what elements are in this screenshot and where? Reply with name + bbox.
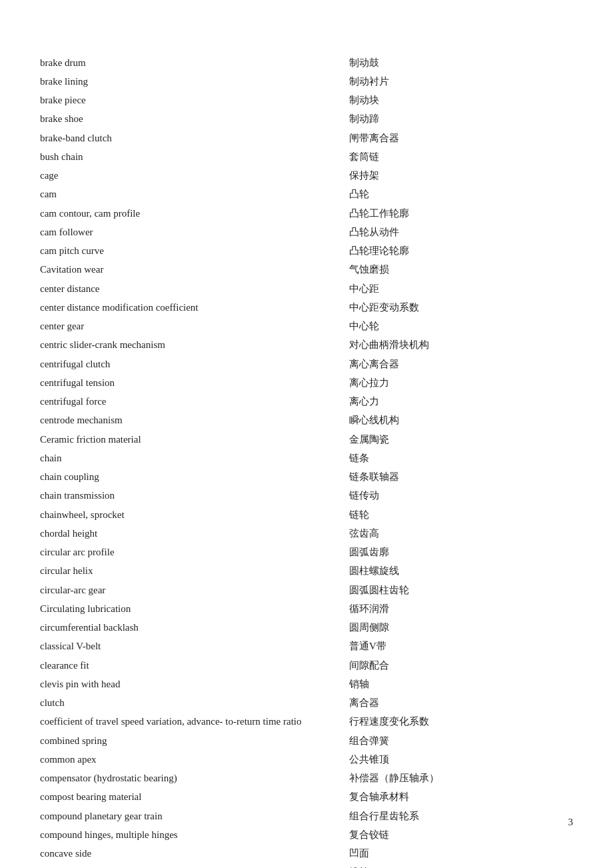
entry-chinese: 组合行星齿轮系 bbox=[349, 807, 573, 825]
table-row: brake lining制动衬片 bbox=[40, 72, 573, 91]
entry-chinese: 链传动 bbox=[349, 487, 573, 505]
table-row: Circulating lubrication循环润滑 bbox=[40, 599, 573, 618]
entry-chinese: 复合铰链 bbox=[349, 825, 573, 844]
entry-chinese: 复合轴承材料 bbox=[349, 788, 573, 807]
entry-english: center distance modification coefficient bbox=[40, 298, 349, 317]
entry-english: chain bbox=[40, 449, 349, 467]
entry-chinese: 圆周侧隙 bbox=[349, 619, 573, 637]
entry-chinese: 公共锥顶 bbox=[349, 750, 573, 769]
entry-chinese: 凸轮 bbox=[349, 185, 573, 204]
entry-chinese: 中心轮 bbox=[349, 317, 573, 336]
entry-chinese: 金属陶瓷 bbox=[349, 430, 573, 449]
entry-english: center gear bbox=[40, 317, 349, 336]
table-row: chainwheel, sprocket链轮 bbox=[40, 505, 573, 524]
table-row: centrifugal tension离心拉力 bbox=[40, 373, 573, 392]
entry-chinese: 套筒链 bbox=[349, 147, 573, 166]
entry-english: centrifugal clutch bbox=[40, 355, 349, 373]
page-number: 3 bbox=[568, 817, 574, 828]
entry-chinese: 离心离合器 bbox=[349, 355, 573, 373]
entry-chinese: 中心距 bbox=[349, 279, 573, 298]
table-row: coefficient of travel speed variation, a… bbox=[40, 713, 573, 731]
table-row: centrifugal force离心力 bbox=[40, 393, 573, 411]
entry-chinese: 链轮 bbox=[349, 505, 573, 524]
entry-chinese: 离心力 bbox=[349, 393, 573, 411]
entry-chinese: 离合器 bbox=[349, 694, 573, 713]
entry-chinese: 对心曲柄滑块机构 bbox=[349, 336, 573, 355]
entry-chinese: 凸轮工作轮廓 bbox=[349, 204, 573, 223]
table-row: circular helix圆柱螺旋线 bbox=[40, 562, 573, 581]
table-row: cage保持架 bbox=[40, 167, 573, 185]
table-row: chain transmission链传动 bbox=[40, 487, 573, 505]
entry-english: centric slider-crank mechanism bbox=[40, 336, 349, 355]
entry-chinese: 气蚀磨损 bbox=[349, 261, 573, 279]
entry-english: classical V-belt bbox=[40, 637, 349, 656]
table-row: clutch离合器 bbox=[40, 694, 573, 713]
table-row: centrode mechanism瞬心线机构 bbox=[40, 411, 573, 430]
entry-chinese: 圆柱螺旋线 bbox=[349, 562, 573, 581]
entry-english: circular helix bbox=[40, 562, 349, 581]
entry-english: chordal height bbox=[40, 524, 349, 543]
table-row: cam凸轮 bbox=[40, 185, 573, 204]
entry-english: Circulating lubrication bbox=[40, 599, 349, 618]
table-row: clearance fit间隙配合 bbox=[40, 656, 573, 675]
entry-english: compound hinges, multiple hinges bbox=[40, 825, 349, 844]
entry-english: brake shoe bbox=[40, 110, 349, 129]
entry-english: circumferential backlash bbox=[40, 619, 349, 637]
table-row: cone pulley锥轮 bbox=[40, 863, 573, 868]
entry-chinese: 循环润滑 bbox=[349, 599, 573, 618]
entry-english: brake lining bbox=[40, 72, 349, 91]
entry-english: bush chain bbox=[40, 147, 349, 166]
entry-english: brake piece bbox=[40, 91, 349, 110]
entry-english: centrifugal tension bbox=[40, 373, 349, 392]
entry-english: compost bearing material bbox=[40, 788, 349, 807]
table-row: center distance modification coefficient… bbox=[40, 298, 573, 317]
entry-chinese: 制动块 bbox=[349, 91, 573, 110]
entry-english: Cavitation wear bbox=[40, 261, 349, 279]
table-row: cam follower凸轮从动件 bbox=[40, 223, 573, 241]
table-row: center distance中心距 bbox=[40, 279, 573, 298]
table-row: Ceramic friction material金属陶瓷 bbox=[40, 430, 573, 449]
table-row: center gear中心轮 bbox=[40, 317, 573, 336]
table-row: chain链条 bbox=[40, 449, 573, 467]
entry-english: compensator (hydrostatic bearing) bbox=[40, 769, 349, 788]
entry-english: brake drum bbox=[40, 53, 349, 72]
entry-chinese: 圆弧圆柱齿轮 bbox=[349, 581, 573, 599]
entry-chinese: 组合弹簧 bbox=[349, 731, 573, 750]
entry-english: concave side bbox=[40, 845, 349, 863]
entry-english: cage bbox=[40, 167, 349, 185]
entry-chinese: 瞬心线机构 bbox=[349, 411, 573, 430]
entry-english: clevis pin with head bbox=[40, 675, 349, 693]
entry-chinese: 凹面 bbox=[349, 845, 573, 863]
entry-english: chain transmission bbox=[40, 487, 349, 505]
entry-english: cam follower bbox=[40, 223, 349, 241]
entry-chinese: 制动鼓 bbox=[349, 53, 573, 72]
table-row: circular-arc gear圆弧圆柱齿轮 bbox=[40, 581, 573, 599]
entry-english: cam pitch curve bbox=[40, 242, 349, 261]
entry-english: circular arc profile bbox=[40, 543, 349, 562]
table-row: common apex公共锥顶 bbox=[40, 750, 573, 769]
table-row: centric slider-crank mechanism对心曲柄滑块机构 bbox=[40, 336, 573, 355]
entry-chinese: 离心拉力 bbox=[349, 373, 573, 392]
entry-english: chain coupling bbox=[40, 468, 349, 487]
table-row: circumferential backlash圆周侧隙 bbox=[40, 619, 573, 637]
table-row: brake piece制动块 bbox=[40, 91, 573, 110]
entry-english: clearance fit bbox=[40, 656, 349, 675]
table-row: brake drum制动鼓 bbox=[40, 53, 573, 72]
entry-chinese: 保持架 bbox=[349, 167, 573, 185]
table-row: classical V-belt普通V带 bbox=[40, 637, 573, 656]
entry-chinese: 中心距变动系数 bbox=[349, 298, 573, 317]
entry-english: cone pulley bbox=[40, 863, 349, 868]
entry-chinese: 链条 bbox=[349, 449, 573, 467]
entry-english: cam bbox=[40, 185, 349, 204]
entry-chinese: 补偿器（静压轴承） bbox=[349, 769, 573, 788]
table-row: clevis pin with head销轴 bbox=[40, 675, 573, 693]
entry-chinese: 制动衬片 bbox=[349, 72, 573, 91]
entry-chinese: 销轴 bbox=[349, 675, 573, 693]
table-row: bush chain套筒链 bbox=[40, 147, 573, 166]
entry-chinese: 锥轮 bbox=[349, 863, 573, 868]
entry-chinese: 制动蹄 bbox=[349, 110, 573, 129]
entry-chinese: 弦齿高 bbox=[349, 524, 573, 543]
table-row: chain coupling链条联轴器 bbox=[40, 468, 573, 487]
table-row: Cavitation wear气蚀磨损 bbox=[40, 261, 573, 279]
entry-english: circular-arc gear bbox=[40, 581, 349, 599]
